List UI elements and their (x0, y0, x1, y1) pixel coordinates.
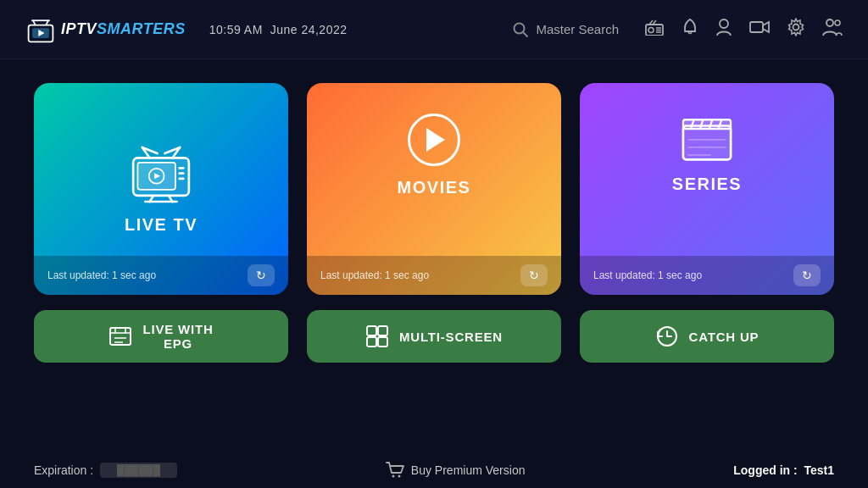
multi-screen-label: MULTI-SCREEN (399, 330, 503, 344)
series-footer: Last updated: 1 sec ago ↻ (580, 256, 834, 295)
movies-refresh-button[interactable]: ↻ (520, 264, 548, 286)
svg-point-16 (720, 19, 728, 28)
svg-rect-30 (178, 167, 184, 169)
live-tv-refresh-button[interactable]: ↻ (248, 264, 275, 286)
series-card[interactable]: SERIES Last updated: 1 sec ago ↻ (580, 83, 834, 295)
multi-screen-button[interactable]: MULTI-SCREEN (307, 310, 561, 363)
datetime: 10:59 AM June 24,2022 (209, 23, 348, 36)
user-icon[interactable] (715, 18, 732, 41)
logo: IPTVSMARTERS (25, 14, 186, 45)
svg-rect-52 (378, 326, 387, 336)
movies-footer: Last updated: 1 sec ago ↻ (307, 256, 561, 295)
svg-rect-31 (178, 172, 184, 175)
bell-icon[interactable] (682, 18, 698, 41)
multiscreen-icon (365, 324, 389, 348)
play-triangle (426, 128, 445, 152)
header-icons (644, 18, 843, 41)
series-label: SERIES (672, 175, 742, 194)
logged-label: Logged in : (733, 463, 797, 477)
movies-card[interactable]: MOVIES Last updated: 1 sec ago ↻ (307, 83, 561, 295)
live-epg-label: LIVE WITHEPG (142, 322, 213, 351)
people-icon[interactable] (822, 18, 843, 41)
search-label: Master Search (536, 22, 619, 36)
movies-label: MOVIES (398, 178, 471, 197)
radio-icon[interactable] (644, 19, 665, 40)
expiry-label: Expiration : (34, 463, 93, 477)
series-refresh-button[interactable]: ↻ (793, 264, 821, 286)
svg-marker-18 (763, 22, 769, 32)
live-tv-footer: Last updated: 1 sec ago ↻ (34, 256, 288, 295)
live-tv-label: LIVE TV (125, 215, 198, 235)
svg-point-21 (835, 20, 840, 25)
top-cards-row: LIVE TV Last updated: 1 sec ago ↻ MOVIES… (34, 83, 834, 295)
svg-point-19 (793, 25, 799, 30)
video-icon[interactable] (749, 19, 770, 39)
buy-label: Buy Premium Version (411, 463, 526, 477)
logged-user: Test1 (804, 463, 834, 477)
catchup-icon (655, 324, 679, 348)
iptv-logo-icon (25, 14, 56, 45)
logged-in-section: Logged in : Test1 (733, 463, 834, 477)
svg-point-9 (648, 28, 654, 33)
buy-premium-section[interactable]: Buy Premium Version (386, 462, 526, 479)
expiry-section: Expiration : ██████ (34, 463, 177, 478)
epg-icon (108, 324, 132, 348)
movies-play-icon (408, 114, 460, 166)
action-buttons-row: LIVE WITHEPG MULTI-SCREEN CATCH UP (34, 310, 834, 363)
logo-text: IPTVSMARTERS (61, 20, 186, 38)
live-tv-card[interactable]: LIVE TV Last updated: 1 sec ago ↻ (34, 83, 288, 295)
search-icon (512, 21, 529, 38)
cart-icon (386, 462, 404, 479)
live-tv-updated: Last updated: 1 sec ago (47, 269, 156, 281)
svg-rect-53 (367, 337, 376, 347)
expiry-value: ██████ (100, 463, 177, 478)
main-content: LIVE TV Last updated: 1 sec ago ↻ MOVIES… (0, 59, 868, 380)
catch-up-button[interactable]: CATCH UP (580, 310, 834, 363)
svg-point-56 (392, 475, 394, 478)
tv-icon (127, 144, 195, 205)
svg-rect-51 (367, 326, 376, 336)
svg-point-20 (826, 19, 833, 26)
svg-line-7 (523, 32, 527, 36)
series-updated: Last updated: 1 sec ago (593, 269, 702, 281)
movies-updated: Last updated: 1 sec ago (320, 269, 429, 281)
clapperboard-icon (680, 114, 734, 163)
footer: Expiration : ██████ Buy Premium Version … (0, 452, 868, 488)
header: IPTVSMARTERS 10:59 AM June 24,2022 Maste… (0, 0, 868, 59)
search-area[interactable]: Master Search (512, 21, 619, 38)
live-with-epg-button[interactable]: LIVE WITHEPG (34, 310, 288, 363)
svg-rect-17 (750, 22, 763, 32)
svg-point-57 (398, 475, 400, 478)
settings-icon[interactable] (787, 18, 805, 41)
svg-rect-54 (378, 337, 387, 347)
catch-up-label: CATCH UP (689, 330, 760, 344)
svg-rect-32 (178, 177, 184, 180)
